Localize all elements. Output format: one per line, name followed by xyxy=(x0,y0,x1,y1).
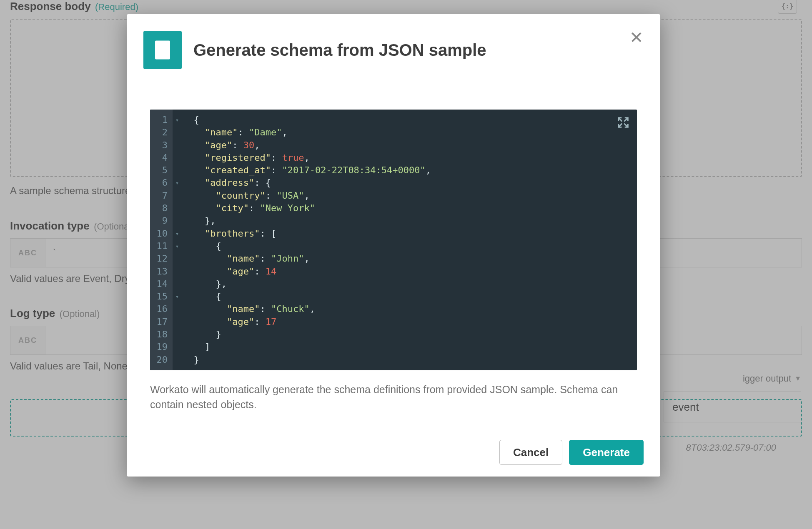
json-sample-editor[interactable]: 1234567891011121314151617181920 ▾▾▾▾▾ { … xyxy=(150,110,637,370)
fold-gutter: ▾▾▾▾▾ xyxy=(173,110,182,370)
close-icon[interactable]: ✕ xyxy=(629,29,644,46)
expand-icon[interactable] xyxy=(617,116,629,132)
generate-button[interactable]: Generate xyxy=(569,440,644,465)
modal-header: Generate schema from JSON sample ✕ xyxy=(127,14,660,86)
modal-title: Generate schema from JSON sample xyxy=(193,41,486,60)
modal-footer: Cancel Generate xyxy=(127,428,660,477)
modal-helper-text: Workato will automatically generate the … xyxy=(150,382,637,412)
schema-doc-icon xyxy=(143,31,182,69)
code-content[interactable]: { "name": "Dame", "age": 30, "registered… xyxy=(182,110,637,370)
modal-body: 1234567891011121314151617181920 ▾▾▾▾▾ { … xyxy=(127,86,660,428)
line-number-gutter: 1234567891011121314151617181920 xyxy=(150,110,173,370)
generate-schema-modal: Generate schema from JSON sample ✕ 12345… xyxy=(127,14,660,477)
cancel-button[interactable]: Cancel xyxy=(499,440,562,465)
